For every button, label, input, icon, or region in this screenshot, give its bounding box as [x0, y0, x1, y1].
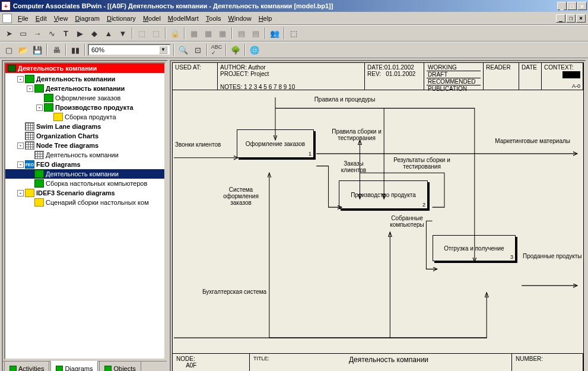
mdi-close-button[interactable]: × [576, 14, 586, 23]
status-working: WORKING [427, 64, 481, 71]
tree-button[interactable]: 🌳 [229, 43, 242, 56]
tree-item-label: Деятельность компании [46, 170, 119, 177]
dropdown-arrow-icon[interactable]: ▼ [159, 46, 167, 54]
status-recommended: RECOMMENDED [427, 78, 481, 85]
tree-item[interactable]: -Производство продукта [5, 103, 164, 112]
mm-tool-3[interactable]: ▦ [187, 27, 201, 40]
tree-view[interactable]: Деятельность компании -Деятельность комп… [4, 62, 166, 360]
tree-item-label: IDEF3 Scenario diagrams [36, 189, 115, 196]
menu-diagram[interactable]: Diagram [71, 14, 103, 23]
toolbar-drawing: ➤ ▭ → ∿ T ▶ ◆ ▲ ▼ ⬚ ⬚ 🔒 ▦ ▦ ▦ ▤ ▤ 👥 ⬚ [0, 25, 588, 42]
green-icon [34, 179, 44, 188]
pointer-tool[interactable]: ➤ [2, 27, 15, 40]
box-tool[interactable]: ▭ [17, 27, 30, 40]
mm-tool-8[interactable]: 👥 [268, 27, 281, 40]
tree-item[interactable]: Деятельность компании [5, 169, 164, 179]
tree-item[interactable]: -Node Tree diagrams [5, 141, 164, 150]
menu-tools[interactable]: Tools [202, 14, 225, 23]
yellow-icon [25, 189, 34, 197]
zoom-combo[interactable]: 60% ▼ [88, 44, 171, 56]
activity-box-1[interactable]: Оформление заказов1 [237, 129, 314, 158]
menu-edit[interactable]: Edit [32, 14, 50, 23]
menu-model[interactable]: Model [139, 14, 164, 23]
text-tool[interactable]: T [59, 27, 72, 40]
blue-icon: FEO [25, 160, 34, 169]
print-button[interactable]: 🖶 [50, 43, 63, 56]
tree-item[interactable]: -FEOFEO diagrams [5, 160, 164, 169]
menu-bar: FileEditViewDiagramDictionaryModelModelM… [0, 12, 588, 25]
mdi-icon [2, 14, 12, 23]
tree-root[interactable]: Деятельность компании [5, 64, 164, 73]
tree-item[interactable]: Сборка продукта [5, 112, 164, 122]
tree-item[interactable]: -IDEF3 Scenario diagrams [5, 188, 164, 198]
open-button[interactable]: 📂 [17, 43, 30, 56]
spellcheck-button[interactable]: ABC✓ [210, 43, 223, 56]
label-orders: Заказы клиентов [333, 160, 374, 173]
diagram-header: USED AT: AUTHOR: Author PROJECT: Project… [173, 63, 583, 90]
triangle-up-tool[interactable]: ▲ [102, 27, 115, 40]
mm-tool-9[interactable]: ⬚ [287, 27, 300, 40]
squiggle-tool[interactable]: ∿ [45, 27, 58, 40]
panel-tab-diagrams[interactable]: Diagrams [50, 361, 98, 371]
toolbar-standard: ▢ 📂 💾 🖶 ▮▮ 60% ▼ 🔍 ⊡ ABC✓ 🌳 🌐 [0, 42, 588, 58]
tree-item[interactable]: Organization Charts [5, 131, 164, 141]
tree-expander[interactable]: - [17, 142, 24, 149]
save-button[interactable]: 💾 [31, 43, 44, 56]
arrow-tool[interactable]: → [31, 27, 44, 40]
tree-item[interactable]: -Деятельность компании [5, 84, 164, 93]
mm-tool-5[interactable]: ▦ [216, 27, 229, 40]
menu-view[interactable]: View [50, 14, 72, 23]
menu-dictionary[interactable]: Dictionary [103, 14, 139, 23]
maximize-button[interactable]: □ [567, 2, 577, 10]
mm-tool-2[interactable]: ⬚ [150, 27, 163, 40]
tree-item[interactable]: Сборка настольных компьютеров [5, 179, 164, 188]
panel-tab-objects[interactable]: Objects [99, 362, 141, 371]
tree-item[interactable]: Swim Lane diagrams [5, 122, 164, 131]
zoom-in-button[interactable]: 🔍 [177, 43, 190, 56]
panel-tab-activities[interactable]: Activities [4, 362, 49, 371]
mm-tool-4[interactable]: ▦ [202, 27, 215, 40]
activity-box-2[interactable]: Производство продукта2 [339, 180, 428, 209]
tree-item-label: Сборка настольных компьютеров [46, 180, 147, 187]
diagram-canvas[interactable]: USED AT: AUTHOR: Author PROJECT: Project… [172, 62, 584, 371]
lock-tool[interactable]: 🔒 [169, 27, 182, 40]
zoom-fit-button[interactable]: ⊡ [191, 43, 204, 56]
tree-expander[interactable]: - [17, 76, 24, 83]
report-button[interactable]: ▮▮ [69, 43, 82, 56]
mm-tool-6[interactable]: ▤ [235, 27, 248, 40]
world-button[interactable]: 🌐 [248, 43, 261, 56]
tree-item[interactable]: Оформление заказов [5, 93, 164, 103]
activity-box-3[interactable]: Отгрузка и получение3 [433, 235, 516, 261]
grid-icon [25, 132, 34, 140]
grid-icon [34, 151, 44, 159]
tree-expander[interactable]: - [27, 85, 33, 92]
mm-tool-7[interactable]: ▤ [249, 27, 262, 40]
tab-icon [56, 366, 63, 372]
close-button[interactable]: × [577, 2, 587, 10]
menu-modelmart[interactable]: ModelMart [164, 14, 202, 23]
mm-tool-1[interactable]: ⬚ [135, 27, 148, 40]
tree-item[interactable]: Деятельность компании [5, 150, 164, 160]
triangle-down-tool[interactable]: ▼ [116, 27, 129, 40]
tree-item[interactable]: Сценарий сборки настольных ком [5, 198, 164, 207]
context-box-icon [562, 71, 580, 78]
diamond-tool[interactable]: ◆ [88, 27, 101, 40]
go-tool[interactable]: ▶ [74, 27, 87, 40]
new-button[interactable]: ▢ [2, 43, 15, 56]
tree-item-label: Organization Charts [36, 132, 98, 139]
menu-help[interactable]: Help [255, 14, 276, 23]
grid-icon [25, 141, 34, 150]
mdi-restore-button[interactable]: ❐ [566, 14, 576, 23]
tree-item[interactable]: -Деятельность компании [5, 74, 164, 84]
mdi-minimize-button[interactable]: _ [556, 14, 565, 23]
minimize-button[interactable]: _ [557, 2, 567, 10]
tree-expander[interactable]: - [36, 104, 43, 111]
menu-window[interactable]: Window [225, 14, 255, 23]
menu-file[interactable]: File [14, 14, 32, 23]
label-collected: Собранные компьютеры [380, 215, 434, 228]
tree-expander[interactable]: - [17, 190, 24, 196]
tree-expander[interactable]: - [17, 161, 24, 168]
navigator-panel: Деятельность компании -Деятельность комп… [2, 60, 168, 371]
label-accounting: Бухгалтерская система [202, 288, 285, 295]
label-sold: Проданные продукты [523, 253, 584, 259]
